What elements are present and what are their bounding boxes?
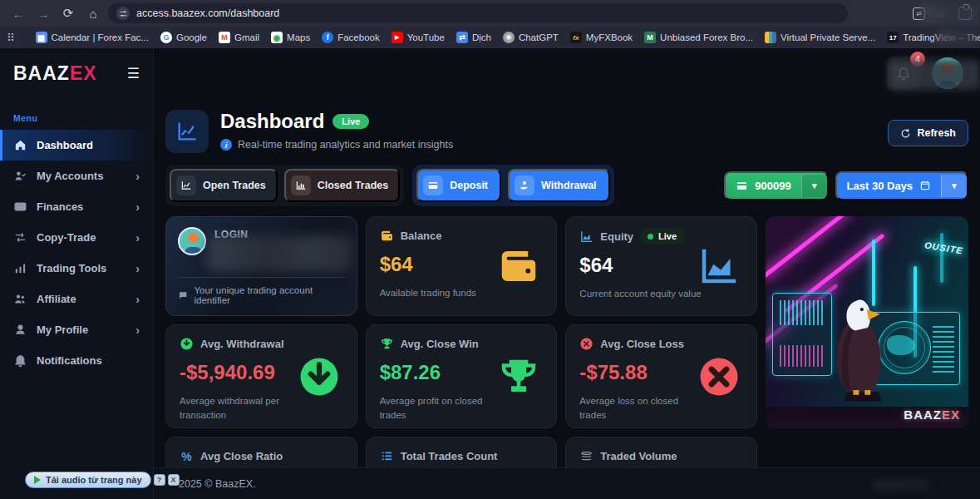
trophy-icon — [380, 337, 394, 351]
avg-close-ratio-card: % Avg Close Ratio — [165, 437, 357, 467]
menu-toggle-icon[interactable]: ☰ — [127, 65, 140, 82]
audio-download-button[interactable]: Tải audio từ trang này — [25, 472, 151, 488]
withdrawal-button[interactable]: Withdrawal — [508, 169, 610, 202]
app-footer: 2025 © BaazEX. — [154, 467, 980, 499]
sidebar-item-dashboard[interactable]: Dashboard — [0, 130, 153, 161]
home-icon — [13, 138, 27, 152]
google-favicon — [160, 32, 172, 43]
bookmark-facebook[interactable]: Facebook — [317, 29, 385, 46]
account-avatar — [178, 227, 206, 255]
back-icon[interactable]: ← — [8, 3, 28, 23]
calendar-favicon — [36, 32, 47, 43]
bookmarks-list: Calendar | Forex Fac...GoogleGmailMapsFa… — [31, 29, 980, 46]
open-trades-button[interactable]: Open Trades — [170, 169, 278, 202]
audio-help-button[interactable]: ? — [154, 474, 165, 486]
apps-grid-icon[interactable]: ⠿ — [7, 32, 16, 44]
promo-brand-text: BAAZEX — [904, 408, 960, 422]
deposit-button[interactable]: Deposit — [416, 169, 501, 202]
sidebar: BAAZEX ☰ Menu DashboardMy Accounts›Finan… — [0, 48, 154, 499]
live-dot — [648, 234, 653, 240]
redacted-login-blur — [208, 235, 353, 272]
live-badge: Live — [332, 114, 369, 129]
chevron-right-icon: › — [135, 262, 140, 275]
wallet-icon — [380, 229, 394, 243]
bookmark-label: Calendar | Forex Fac... — [52, 32, 149, 42]
balance-desc: Available trading funds — [380, 286, 505, 300]
sidebar-item-my-profile[interactable]: My Profile› — [0, 314, 153, 345]
wallet-icon — [423, 175, 443, 195]
bookmark-calendar[interactable]: Calendar | Forex Fac... — [31, 29, 154, 46]
sidebar-item-label: Notifications — [37, 354, 102, 367]
bookmark-maps[interactable]: Maps — [266, 29, 315, 46]
sidebar-item-label: Affiliate — [37, 293, 76, 305]
neon-sign-text: OUSITE — [923, 240, 963, 255]
account-selector[interactable]: 900099 ▼ — [724, 171, 828, 200]
sidebar-item-trading-tools[interactable]: Trading Tools› — [0, 253, 153, 284]
sidebar-item-affiliate[interactable]: Affiliate› — [0, 284, 153, 314]
bookmark-myfxbook[interactable]: MyFXBook — [565, 29, 638, 46]
bookmark-label: MyFXBook — [586, 32, 633, 42]
home-icon[interactable]: ⌂ — [83, 3, 103, 23]
baazex-logo[interactable]: BAAZEX — [13, 62, 97, 85]
chevron-right-icon: › — [135, 170, 140, 183]
bookmark-label: Facebook — [337, 32, 380, 42]
bookmark-unbiased[interactable]: Unbiased Forex Bro... — [639, 29, 758, 46]
bookmark-gmail[interactable]: Gmail — [214, 29, 264, 46]
forward-icon[interactable]: → — [33, 3, 53, 23]
sidebar-item-finances[interactable]: Finances› — [0, 191, 153, 222]
login-note: Your unique trading account identifier — [194, 285, 344, 305]
promo-image: OUSITE — [766, 216, 968, 428]
avg-close-loss-desc: Average loss on closed trades — [579, 394, 704, 423]
refresh-button[interactable]: Refresh — [888, 120, 968, 146]
redacted-username-blur — [889, 60, 980, 90]
bookmark-label: Google — [176, 32, 207, 42]
site-settings-icon[interactable] — [116, 7, 130, 20]
holo-bars — [933, 323, 954, 373]
eagle-graphic — [809, 290, 909, 415]
reload-icon[interactable]: ⟳ — [58, 3, 78, 23]
list-icon — [380, 449, 394, 463]
bookmark-vps[interactable]: Virtual Private Serve... — [760, 29, 880, 46]
bookmark-label: ChatGPT — [519, 32, 559, 42]
chat-icon — [178, 290, 188, 301]
hand-coin-icon — [515, 175, 534, 195]
sidebar-menu: DashboardMy Accounts›Finances›Copy-Trade… — [0, 130, 153, 376]
sidebar-item-notifications[interactable]: Notifications — [0, 345, 153, 376]
facebook-favicon — [322, 32, 333, 43]
sidebar-item-label: Finances — [37, 200, 83, 213]
bookmark-translate[interactable]: Dịch — [451, 29, 496, 46]
page-subtitle: Real-time trading analytics and market i… — [238, 139, 453, 151]
neon-tube — [940, 233, 943, 283]
date-range-selector[interactable]: Last 30 Days ▼ — [835, 171, 968, 200]
arrow-down-circle-icon — [180, 337, 194, 351]
closed-trades-button[interactable]: Closed Trades — [284, 169, 400, 202]
dashboard-chart-icon — [165, 110, 209, 153]
address-bar[interactable]: access.baazex.com/dashboard — [108, 3, 848, 23]
calendar-icon — [919, 180, 931, 191]
line-chart-icon — [176, 175, 196, 195]
refresh-icon — [900, 128, 911, 139]
redacted-folder-blur — [937, 31, 975, 44]
equity-card: Equity Live $64 Current account equity v… — [565, 216, 757, 316]
bookmark-google[interactable]: Google — [155, 29, 212, 46]
sidebar-item-label: My Accounts — [37, 170, 103, 182]
sidebar-item-copy-trade[interactable]: Copy-Trade› — [0, 222, 153, 253]
arrow-down-circle-icon-large — [297, 354, 342, 399]
tools-icon — [13, 261, 27, 275]
vps-favicon — [765, 32, 776, 43]
trophy-icon-large — [496, 354, 541, 399]
wallet-icon-large — [496, 244, 541, 289]
sidebar-item-label: Dashboard — [37, 139, 93, 151]
bookmark-youtube[interactable]: YouTube — [387, 29, 450, 46]
area-chart-icon — [579, 230, 593, 244]
sidebar-item-my-accounts[interactable]: My Accounts› — [0, 161, 153, 191]
unbiased-favicon — [644, 32, 656, 43]
audio-download-widget: Tải audio từ trang này ? X — [25, 472, 180, 488]
translate-favicon — [456, 32, 468, 43]
sidebar-item-label: My Profile — [37, 324, 88, 336]
audio-close-button[interactable]: X — [168, 474, 180, 486]
app-shell: BAAZEX ☰ Menu DashboardMy Accounts›Finan… — [0, 48, 980, 499]
bookmark-chatgpt[interactable]: ChatGPT — [498, 29, 564, 46]
play-icon — [34, 476, 41, 484]
accounts-icon — [13, 169, 27, 183]
